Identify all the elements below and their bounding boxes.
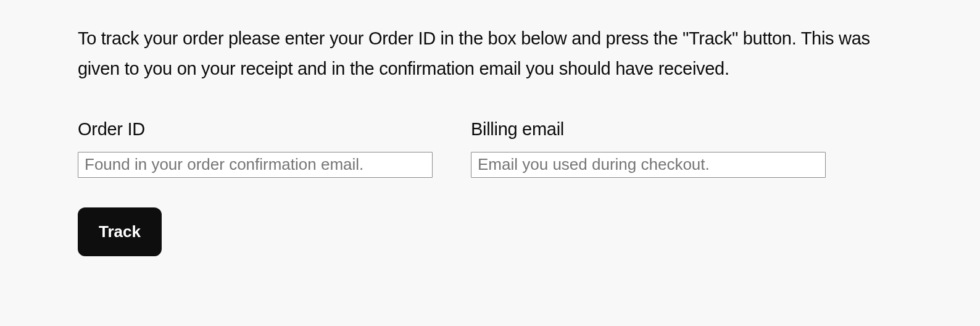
track-button[interactable]: Track — [78, 207, 162, 256]
order-tracking-form: To track your order please enter your Or… — [78, 23, 902, 256]
order-id-group: Order ID — [78, 119, 433, 178]
billing-email-group: Billing email — [471, 119, 826, 178]
billing-email-label: Billing email — [471, 119, 826, 140]
instructions-text: To track your order please enter your Or… — [78, 23, 902, 85]
billing-email-input[interactable] — [471, 152, 826, 178]
order-id-label: Order ID — [78, 119, 433, 140]
order-id-input[interactable] — [78, 152, 433, 178]
form-fields-row: Order ID Billing email — [78, 119, 902, 178]
